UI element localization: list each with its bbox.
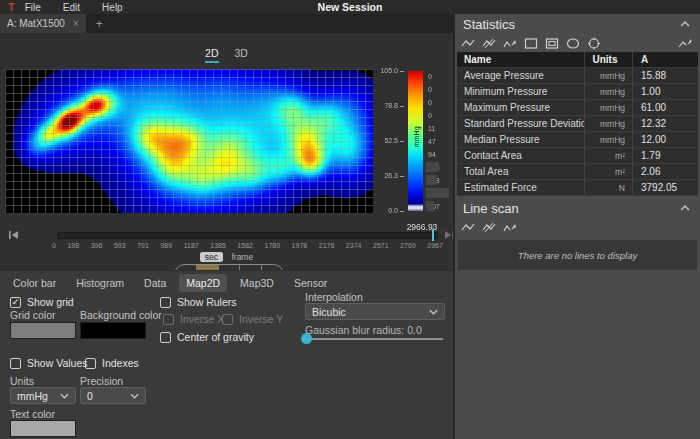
units-select[interactable]: mmHg (10, 387, 76, 404)
app-logo-icon: T (8, 1, 15, 13)
view-mode-tabs: 2D 3D (0, 47, 453, 63)
text-color-swatch[interactable] (10, 420, 76, 437)
line-scan-header[interactable]: Line scan (455, 198, 700, 218)
precision-select[interactable]: 0 (80, 387, 146, 404)
colorbar-tick: 52.5 (368, 137, 404, 144)
multi-line-tool-icon[interactable] (482, 37, 496, 50)
table-header-row: NameUnitsA (457, 52, 698, 68)
rotated-rectangle-tool-icon[interactable] (545, 37, 559, 50)
multi-line-tool-icon[interactable] (482, 221, 496, 234)
collapse-statistics-icon[interactable] (680, 21, 690, 27)
settings-tab-map2d[interactable]: Map2D (179, 274, 227, 292)
table-row: Total Aream²2.06 (457, 164, 698, 180)
timeline-tick: 1385 (210, 242, 226, 249)
settings-tab-histogram[interactable]: Histogram (69, 274, 131, 292)
rectangle-tool-icon[interactable] (524, 37, 538, 50)
checkbox-icon (10, 358, 21, 369)
colorbar-bin-count: 0 (428, 85, 432, 94)
table-row: Standard Pressure DeviationmmHg12.32 (457, 116, 698, 132)
colorbar-unit-label: mmHg (413, 122, 420, 152)
seconds-toggle[interactable]: sec (200, 252, 223, 262)
tab-2d[interactable]: 2D (205, 47, 218, 63)
table-row: Minimum PressuremmHg1.00 (457, 84, 698, 100)
timeline-tick: 1780 (264, 242, 280, 249)
histogram-bar (426, 175, 437, 185)
draw-line-tool-icon[interactable] (503, 221, 517, 234)
timeline-tick: 2571 (373, 242, 389, 249)
checkbox-icon: ✓ (10, 297, 21, 308)
chevron-down-icon (60, 393, 69, 399)
gaussian-blur-slider[interactable] (305, 338, 443, 340)
background-color-label: Background color (80, 309, 162, 321)
settings-tab-color-bar[interactable]: Color bar (6, 274, 63, 292)
grid-color-label: Grid color (10, 309, 56, 321)
line-tool-icon[interactable] (461, 221, 475, 234)
show-rulers-checkbox[interactable]: Show Rulers (160, 296, 237, 308)
timeline-tick: 1978 (292, 242, 308, 249)
line-tool-icon[interactable] (461, 37, 475, 50)
table-row: Contact Aream²1.79 (457, 148, 698, 164)
settings-tab-data[interactable]: Data (137, 274, 173, 292)
timeline-tick: 2176 (319, 242, 335, 249)
center-of-gravity-checkbox[interactable]: Center of gravity (160, 331, 254, 343)
interpolation-label: Interpolation (305, 291, 363, 303)
settings-tab-map3d[interactable]: Map3D (233, 274, 281, 292)
timeline-tick: 0 (52, 242, 56, 249)
show-grid-checkbox[interactable]: ✓ Show grid (10, 296, 74, 308)
skip-to-start-icon[interactable] (8, 230, 20, 240)
settings-tab-sensor[interactable]: Sensor (287, 274, 334, 292)
menu-help[interactable]: Help (102, 2, 123, 13)
timeline-tick: 1187 (184, 242, 199, 249)
circle-tool-icon[interactable] (587, 37, 601, 50)
session-tab[interactable]: A: MatX1500 × (0, 14, 86, 33)
units-label: Units (10, 375, 34, 387)
collapse-line-scan-icon[interactable] (680, 205, 690, 211)
statistics-title: Statistics (463, 17, 515, 32)
timeline-tick-labels: 0198396593791989118713851582178019782176… (52, 242, 443, 249)
indexes-checkbox[interactable]: Indexes (85, 357, 139, 369)
timeline-tick: 2967 (427, 242, 443, 249)
colorbar-bin-count: 0 (428, 72, 432, 81)
frames-toggle[interactable]: frame (231, 252, 253, 262)
background-color-swatch[interactable] (80, 322, 146, 339)
timeline-tick: 1582 (237, 242, 253, 249)
show-values-checkbox[interactable]: Show Values (10, 357, 88, 369)
timeline-tick: 593 (114, 242, 126, 249)
timeline-tick: 2374 (346, 242, 362, 249)
checkbox-icon (160, 332, 171, 343)
measure-settings-icon[interactable] (678, 37, 692, 50)
table-row: Average PressuremmHg15.88 (457, 68, 698, 84)
colorbar-tick: 105.0 (368, 67, 404, 74)
left-panel: A: MatX1500 × + 2D 3D mmHg 105.078.852.5… (0, 14, 453, 439)
draw-line-tool-icon[interactable] (503, 37, 517, 50)
map-viewer: 2D 3D mmHg 105.078.852.526.30.0 00001147… (0, 33, 453, 270)
timeline-position-marker[interactable] (432, 229, 434, 241)
app-window: T File Edit Help New Session A: MatX1500… (0, 0, 700, 439)
colorbar-bin-count: 47 (428, 137, 436, 146)
add-tab-button[interactable]: + (96, 17, 103, 31)
close-tab-icon[interactable]: × (73, 18, 79, 29)
colorbar-tick: 0.0 (368, 207, 404, 214)
slider-thumb[interactable] (301, 333, 312, 344)
inverse-x-checkbox: Inverse X (163, 313, 224, 325)
timeline-tick: 396 (91, 242, 103, 249)
interpolation-select[interactable]: Bicubic (305, 303, 445, 320)
tab-3d[interactable]: 3D (235, 47, 248, 63)
inverse-y-checkbox: Inverse Y (222, 313, 283, 325)
checkbox-icon (85, 358, 96, 369)
precision-label: Precision (80, 375, 123, 387)
timeline-tick: 791 (137, 242, 149, 249)
grid-color-swatch[interactable] (10, 322, 76, 339)
timeline-tick: 2769 (400, 242, 416, 249)
menu-file[interactable]: File (25, 2, 41, 13)
line-scan-title: Line scan (463, 201, 519, 216)
gaussian-blur-label: Gaussian blur radius: 0.0 (305, 324, 422, 336)
pressure-heatmap[interactable] (5, 69, 373, 213)
histogram-bar (426, 201, 434, 211)
table-row: Maximum PressuremmHg61.00 (457, 100, 698, 116)
menu-edit[interactable]: Edit (63, 2, 80, 13)
timeline-seek-bar[interactable] (57, 232, 438, 239)
ellipse-tool-icon[interactable] (566, 37, 580, 50)
statistics-header[interactable]: Statistics (455, 14, 700, 34)
checkbox-icon (222, 314, 233, 325)
